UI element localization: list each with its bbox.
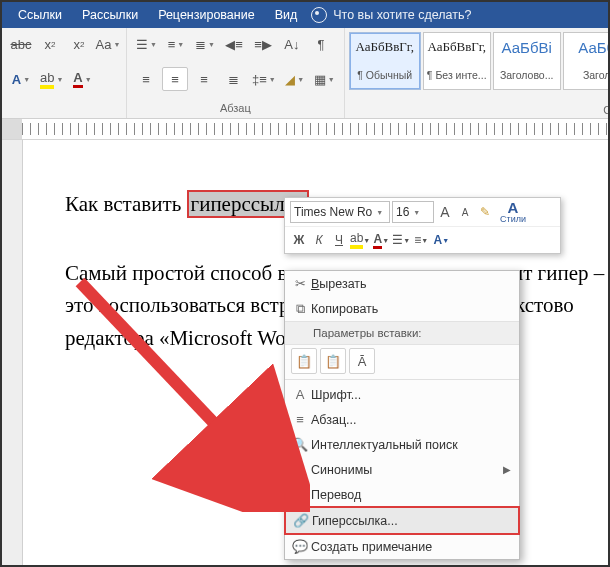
bold-button[interactable]: Ж bbox=[290, 230, 308, 250]
translate-icon: ⇄ bbox=[289, 487, 311, 502]
comment-icon: 💬 bbox=[289, 539, 311, 554]
change-case-button[interactable]: Aa▼ bbox=[95, 32, 121, 56]
style-heading1[interactable]: АаБбВіЗаголово... bbox=[493, 32, 561, 90]
underline-button[interactable]: Ч bbox=[330, 230, 348, 250]
chevron-right-icon: ▶ bbox=[503, 464, 511, 475]
strike-button[interactable]: abc bbox=[8, 32, 34, 56]
tell-me-label: Что вы хотите сделать? bbox=[333, 8, 471, 22]
mini-toolbar: Times New Ro▼ 16▼ A A ✎ AСтили Ж К Ч ab▼… bbox=[284, 197, 561, 254]
italic-button[interactable]: К bbox=[310, 230, 328, 250]
tell-me[interactable]: Что вы хотите сделать? bbox=[311, 7, 471, 23]
decrease-indent-button[interactable]: ◀≡ bbox=[221, 32, 247, 56]
mini-font-color-button[interactable]: A▼ bbox=[372, 230, 390, 250]
ribbon: abc x2 x2 Aa▼ A▼ ab▼ A▼ ☰▼ ≡▼ ≣▼ ◀≡ ≡▶ A… bbox=[2, 28, 608, 119]
highlight-button[interactable]: ab▼ bbox=[37, 67, 66, 91]
font-size-combo[interactable]: 16▼ bbox=[392, 201, 434, 223]
horizontal-ruler[interactable] bbox=[2, 119, 608, 140]
shrink-font-button[interactable]: A bbox=[456, 202, 474, 222]
vertical-ruler[interactable] bbox=[2, 140, 23, 567]
search-icon: 🔍 bbox=[289, 437, 311, 452]
paste-keep-formatting[interactable]: 📋 bbox=[291, 348, 317, 374]
font-name-combo[interactable]: Times New Ro▼ bbox=[290, 201, 390, 223]
ribbon-tabs: Ссылки Рассылки Рецензирование Вид Что в… bbox=[2, 2, 608, 28]
tab-references[interactable]: Ссылки bbox=[8, 2, 72, 28]
subscript-button[interactable]: x2 bbox=[37, 32, 63, 56]
numbering-button[interactable]: ≡▼ bbox=[163, 32, 189, 56]
line-spacing-button[interactable]: ‡≡▼ bbox=[249, 67, 279, 91]
font-group-label bbox=[8, 102, 120, 116]
tab-view[interactable]: Вид bbox=[265, 2, 308, 28]
menu-font[interactable]: AШрифт... bbox=[285, 382, 519, 407]
format-painter-button[interactable]: ✎ bbox=[476, 202, 494, 222]
mini-bullets-button[interactable]: ☰▼ bbox=[392, 230, 410, 250]
show-marks-button[interactable]: ¶ bbox=[308, 32, 334, 56]
menu-smart-lookup[interactable]: 🔍Интеллектуальный поиск bbox=[285, 432, 519, 457]
menu-copy[interactable]: ⧉Копировать bbox=[285, 296, 519, 321]
menu-cut[interactable]: ✂ВВырезатьырезать bbox=[285, 271, 519, 296]
menu-paragraph[interactable]: ≡Абзац... bbox=[285, 407, 519, 432]
paragraph-group: ☰▼ ≡▼ ≣▼ ◀≡ ≡▶ A↓ ¶ ≡ ≡ ≡ ≣ ‡≡▼ ◢▼ ▦▼ Аб… bbox=[127, 28, 345, 118]
font-icon: A bbox=[289, 387, 311, 402]
justify-button[interactable]: ≣ bbox=[220, 67, 246, 91]
mini-highlight-button[interactable]: ab▼ bbox=[350, 230, 370, 250]
paste-merge-formatting[interactable]: 📋 bbox=[320, 348, 346, 374]
menu-synonyms[interactable]: Синонимы▶ bbox=[285, 457, 519, 482]
link-icon: 🔗 bbox=[290, 513, 312, 528]
menu-translate[interactable]: ⇄Перевод bbox=[285, 482, 519, 507]
style-normal[interactable]: АаБбВвГг,¶ Обычный bbox=[349, 32, 421, 90]
style-no-spacing[interactable]: АаБбВвГг,¶ Без инте... bbox=[423, 32, 491, 90]
paragraph-icon: ≡ bbox=[289, 412, 311, 427]
grow-font-button[interactable]: A bbox=[436, 202, 454, 222]
lightbulb-icon bbox=[311, 7, 327, 23]
context-menu: ✂ВВырезатьырезать ⧉Копировать Параметры … bbox=[284, 270, 520, 560]
borders-button[interactable]: ▦▼ bbox=[311, 67, 338, 91]
tab-mailings[interactable]: Рассылки bbox=[72, 2, 148, 28]
menu-new-comment[interactable]: 💬Создать примечание bbox=[285, 534, 519, 559]
align-left-button[interactable]: ≡ bbox=[133, 67, 159, 91]
copy-icon: ⧉ bbox=[289, 301, 311, 317]
align-right-button[interactable]: ≡ bbox=[191, 67, 217, 91]
paste-options-header: Параметры вставки: bbox=[285, 321, 519, 345]
sort-button[interactable]: A↓ bbox=[279, 32, 305, 56]
shading-button[interactable]: ◢▼ bbox=[282, 67, 308, 91]
multilevel-button[interactable]: ≣▼ bbox=[192, 32, 218, 56]
mini-styles-button[interactable]: A▼ bbox=[432, 230, 450, 250]
tab-review[interactable]: Рецензирование bbox=[148, 2, 265, 28]
paragraph-group-label: Абзац bbox=[133, 102, 338, 116]
styles-pane-button[interactable]: AСтили bbox=[496, 202, 530, 222]
paste-options-row: 📋 📋 Ā bbox=[285, 345, 519, 377]
font-group: abc x2 x2 Aa▼ A▼ ab▼ A▼ bbox=[2, 28, 127, 118]
font-color-button[interactable]: A▼ bbox=[69, 67, 95, 91]
scissors-icon: ✂ bbox=[289, 276, 311, 291]
bullets-button[interactable]: ☰▼ bbox=[133, 32, 160, 56]
superscript-button[interactable]: x2 bbox=[66, 32, 92, 56]
increase-indent-button[interactable]: ≡▶ bbox=[250, 32, 276, 56]
text-effects-button[interactable]: A▼ bbox=[8, 67, 34, 91]
paste-text-only[interactable]: Ā bbox=[349, 348, 375, 374]
style-heading2[interactable]: АаБбЗагол bbox=[563, 32, 610, 90]
text-before-selection: Как вставить bbox=[65, 192, 187, 216]
styles-group-label: Стил bbox=[345, 104, 610, 118]
styles-group: АаБбВвГг,¶ Обычный АаБбВвГг,¶ Без инте..… bbox=[345, 28, 610, 118]
mini-numbering-button[interactable]: ≡▼ bbox=[412, 230, 430, 250]
align-center-button[interactable]: ≡ bbox=[162, 67, 188, 91]
menu-hyperlink[interactable]: 🔗Гиперссылка... bbox=[284, 506, 520, 535]
